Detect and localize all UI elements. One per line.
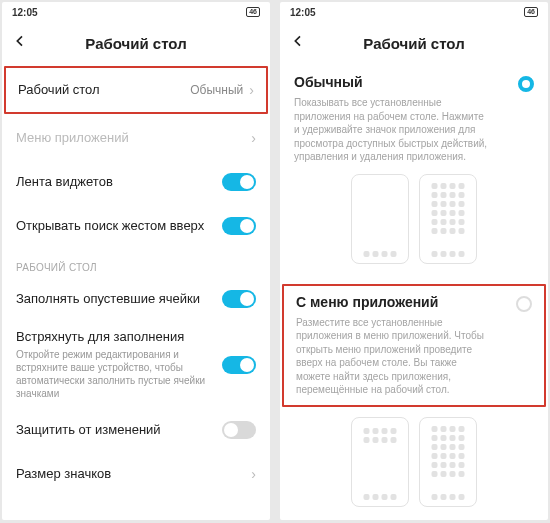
row-icon-size[interactable]: Размер значков ›	[16, 452, 256, 496]
option-thumbs	[294, 417, 534, 507]
section-header: РАБОЧИЙ СТОЛ	[16, 248, 256, 277]
options-list: Обычный Показывать все установленные при…	[280, 64, 548, 520]
thumb-phone-icon	[351, 174, 409, 264]
highlight-box-appdrawer: С меню приложений Разместите все установ…	[282, 284, 546, 407]
toggle-on[interactable]	[222, 173, 256, 191]
header: Рабочий стол	[280, 22, 548, 64]
row-shake-fill[interactable]: Встряхнуть для заполнения Откройте режим…	[16, 321, 256, 408]
chevron-right-icon: ›	[249, 82, 254, 98]
toggle-on[interactable]	[222, 356, 256, 374]
highlight-box-desktop: Рабочий стол Обычный ›	[4, 66, 268, 114]
row-lock-changes[interactable]: Защитить от изменений	[16, 408, 256, 452]
row-label: Размер значков	[16, 466, 245, 482]
row-label: Рабочий стол	[18, 82, 190, 98]
status-time: 12:05	[12, 7, 38, 18]
status-icons: 46	[237, 7, 260, 17]
row-search-gesture[interactable]: Открывать поиск жестом вверх	[16, 204, 256, 248]
chevron-right-icon: ›	[251, 466, 256, 482]
row-widgets[interactable]: Лента виджетов	[16, 160, 256, 204]
row-desktop-mode[interactable]: Рабочий стол Обычный ›	[18, 68, 254, 112]
row-label: Заполнять опустевшие ячейки	[16, 291, 222, 307]
option-title: С меню приложений	[296, 294, 516, 310]
row-label: Меню приложений	[16, 130, 245, 146]
header: Рабочий стол	[2, 22, 270, 64]
option-standard[interactable]: Обычный Показывать все установленные при…	[294, 64, 534, 278]
row-app-menu: Меню приложений ›	[16, 116, 256, 160]
network-badge: 46	[246, 7, 260, 17]
toggle-on[interactable]	[222, 290, 256, 308]
row-label: Открывать поиск жестом вверх	[16, 218, 222, 234]
thumb-phone-icon	[419, 417, 477, 507]
option-title: Обычный	[294, 74, 518, 90]
option-thumbs	[294, 174, 534, 264]
status-time: 12:05	[290, 7, 316, 18]
option-desc: Разместите все установленные приложения …	[296, 316, 516, 397]
network-badge: 46	[524, 7, 538, 17]
row-sublabel: Откройте режим редактирования и встряхни…	[16, 348, 214, 400]
row-fill-empty[interactable]: Заполнять опустевшие ячейки	[16, 277, 256, 321]
radio-unselected[interactable]	[516, 296, 532, 312]
status-icons: 46	[515, 7, 538, 17]
thumb-phone-icon	[419, 174, 477, 264]
row-label: Встряхнуть для заполнения	[16, 329, 214, 345]
page-title: Рабочий стол	[290, 35, 538, 52]
row-label-block: Встряхнуть для заполнения Откройте режим…	[16, 329, 222, 400]
toggle-off[interactable]	[222, 421, 256, 439]
option-app-drawer[interactable]: С меню приложений Разместите все установ…	[296, 286, 532, 405]
statusbar: 12:05 46	[280, 2, 548, 22]
row-label: Защитить от изменений	[16, 422, 222, 438]
radio-selected[interactable]	[518, 76, 534, 92]
phone-right: 12:05 46 Рабочий стол Обычный Показывать…	[280, 2, 548, 520]
statusbar: 12:05 46	[2, 2, 270, 22]
page-title: Рабочий стол	[12, 35, 260, 52]
chevron-right-icon: ›	[251, 130, 256, 146]
phone-left: 12:05 46 Рабочий стол Рабочий стол Обычн…	[2, 2, 270, 520]
settings-list: Рабочий стол Обычный › Меню приложений ›…	[2, 64, 270, 520]
row-value: Обычный	[190, 83, 243, 97]
toggle-on[interactable]	[222, 217, 256, 235]
row-label: Лента виджетов	[16, 174, 222, 190]
thumb-phone-icon	[351, 417, 409, 507]
option-desc: Показывать все установленные приложения …	[294, 96, 518, 164]
